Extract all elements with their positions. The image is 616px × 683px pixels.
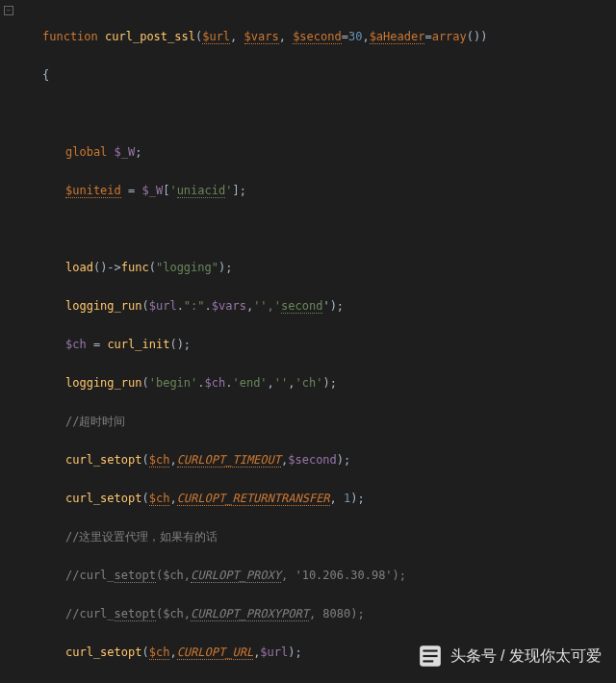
code-line: curl_setopt($ch,CURLOPT_TIMEOUT,$second)… [19,450,616,469]
code-line: { [19,65,616,85]
svg-rect-1 [423,650,437,652]
code-line: //这里设置代理，如果有的话 [19,527,616,546]
code-line: function curl_post_ssl($url, $vars, $sec… [19,27,616,46]
code-line: logging_run($url.":".$vars,'','second'); [19,296,616,316]
code-line [19,104,616,123]
code-line: load()->func("logging"); [19,258,616,277]
code-line [19,219,616,239]
code-line: //curl_setopt($ch,CURLOPT_PROXY, '10.206… [19,566,616,585]
code-line: global $_W; [19,142,616,162]
svg-rect-3 [423,660,433,662]
code-line: curl_setopt($ch,CURLOPT_RETURNTRANSFER, … [19,489,616,508]
watermark-text: 头条号 / 发现你太可爱 [450,646,602,667]
code-line: //超时时间 [19,412,616,431]
svg-rect-2 [423,655,437,657]
code-line: //curl_setopt($ch,CURLOPT_PROXYPORT, 808… [19,604,616,623]
code-editor: function curl_post_ssl($url, $vars, $sec… [0,0,616,683]
collapse-icon[interactable]: − [4,6,13,15]
code-line: $ch = curl_init(); [19,335,616,354]
code-line: logging_run('begin'.$ch.'end','','ch'); [19,373,616,392]
toutiao-icon [418,644,443,669]
watermark: 头条号 / 发现你太可爱 [418,644,602,669]
code-line: $uniteid = $_W['uniacid']; [19,181,616,200]
